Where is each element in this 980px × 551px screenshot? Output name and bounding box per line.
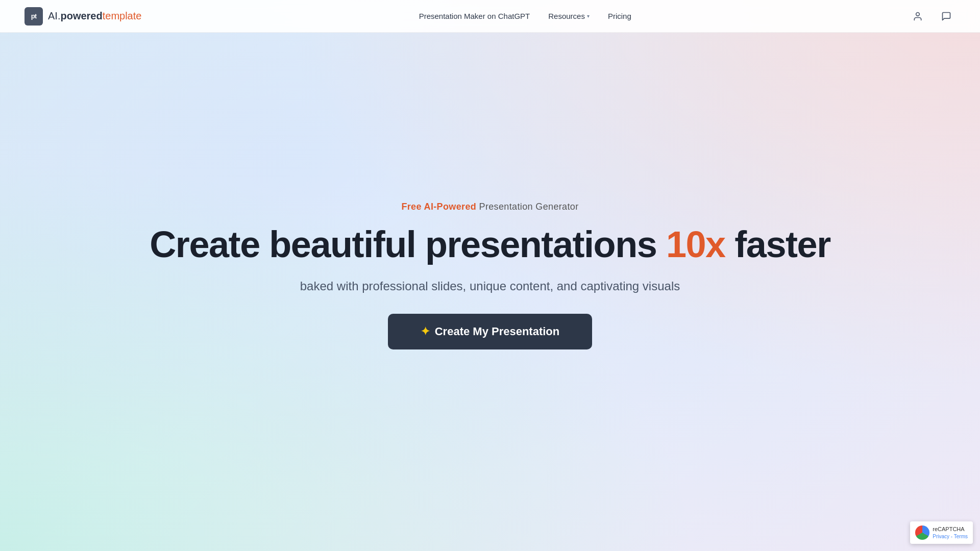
- nav-links: Presentation Maker on ChatGPT Resources …: [419, 12, 631, 20]
- navbar: pt AI.poweredtemplate Presentation Maker…: [0, 0, 980, 33]
- chat-icon: [941, 11, 951, 21]
- nav-icons: [909, 7, 955, 26]
- recaptcha-logo-icon: [915, 525, 929, 540]
- chevron-down-icon: ▾: [587, 13, 590, 19]
- hero-subtitle: baked with professional slides, unique c…: [300, 277, 680, 295]
- logo-icon: pt: [24, 7, 43, 26]
- logo-text: AI.poweredtemplate: [48, 10, 141, 22]
- chat-icon-button[interactable]: [937, 7, 955, 26]
- user-icon: [913, 11, 923, 21]
- nav-link-resources[interactable]: Resources ▾: [548, 12, 590, 20]
- hero-content: Free AI-Powered Presentation Generator C…: [150, 202, 830, 349]
- nav-link-pricing[interactable]: Pricing: [608, 12, 631, 20]
- svg-point-0: [916, 12, 920, 16]
- sparkle-icon: ✦: [421, 325, 430, 338]
- hero-badge: Free AI-Powered Presentation Generator: [401, 202, 578, 212]
- create-presentation-button[interactable]: ✦ Create My Presentation: [388, 314, 593, 349]
- nav-link-presentation-maker[interactable]: Presentation Maker on ChatGPT: [419, 12, 530, 20]
- hero-section: Free AI-Powered Presentation Generator C…: [0, 0, 980, 551]
- recaptcha-text: reCAPTCHA Privacy - Terms: [933, 525, 968, 539]
- logo[interactable]: pt AI.poweredtemplate: [24, 7, 141, 26]
- recaptcha-badge: reCAPTCHA Privacy - Terms: [910, 521, 973, 544]
- user-icon-button[interactable]: [909, 7, 927, 26]
- hero-title: Create beautiful presentations 10x faste…: [150, 224, 830, 265]
